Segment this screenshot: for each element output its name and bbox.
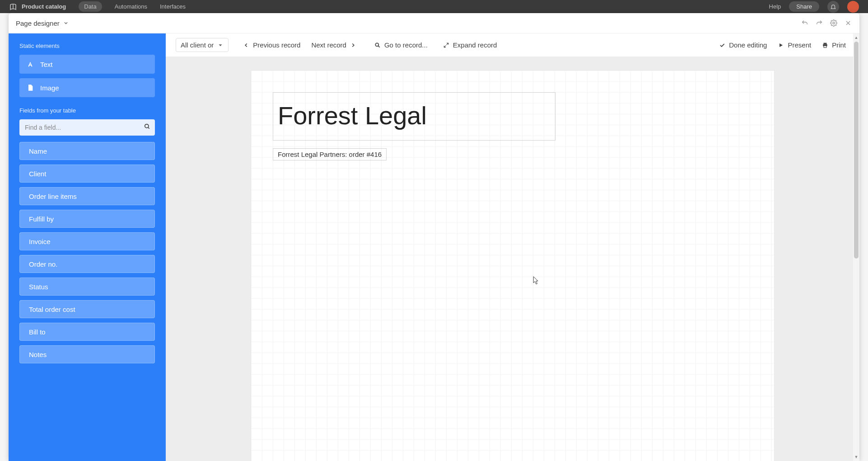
svg-marker-10 [780,43,783,47]
cursor-icon [533,276,539,285]
scroll-up-button[interactable]: ▲ [853,34,859,41]
field-fulfill-by[interactable]: Fulfill by [19,210,155,228]
avatar[interactable] [847,1,859,13]
undo-icon [801,19,808,27]
svg-line-9 [444,45,446,47]
search-icon [374,42,381,48]
canvas-subtitle-text: Forrest Legal Partners: order #416 [278,151,382,158]
prev-record-button[interactable]: Previous record [239,38,304,52]
chevron-left-icon [243,42,249,48]
redo-icon [816,19,823,27]
gear-icon [830,19,837,27]
field-name[interactable]: Name [19,142,155,160]
svg-line-7 [378,46,379,47]
record-toolbar: All client or Previous record Next recor… [166,33,859,56]
app-name: Product catalog [22,3,66,10]
notifications-button[interactable] [827,1,839,13]
field-label: Order line items [29,193,77,200]
present-label: Present [788,41,811,49]
nav-interfaces[interactable]: Interfaces [160,3,186,10]
canvas-area: All client or Previous record Next recor… [166,33,859,461]
static-text-element[interactable]: Text [19,55,155,74]
fields-section-label: Fields from your table [19,107,155,114]
field-search-wrap [19,119,155,136]
close-button[interactable] [844,19,852,27]
file-icon [27,84,34,91]
prev-record-label: Previous record [253,41,300,49]
done-editing-button[interactable]: Done editing [715,38,770,52]
vertical-scrollbar[interactable]: ▲ ▼ [853,33,859,461]
check-icon [719,42,725,48]
page-designer-panel: Page designer Static elements Text [9,13,859,461]
canvas-title-text: Forrest Legal [278,101,427,130]
svg-line-8 [446,43,448,45]
nav-help[interactable]: Help [769,3,781,10]
field-client[interactable]: Client [19,165,155,183]
expand-record-button[interactable]: Expand record [439,38,501,52]
svg-marker-5 [219,44,222,46]
print-icon [822,42,828,48]
bell-icon [830,4,836,10]
svg-point-0 [833,22,835,24]
designer-title: Page designer [16,19,60,27]
designer-title-dropdown[interactable]: Page designer [16,19,69,27]
redo-button[interactable] [815,19,823,27]
scroll-down-button[interactable]: ▼ [853,454,859,460]
field-label: Invoice [29,238,51,245]
field-label: Client [29,170,46,178]
expand-record-label: Expand record [453,41,497,49]
field-order-no[interactable]: Order no. [19,255,155,273]
app-logo-title[interactable]: Product catalog [9,3,66,11]
page-sheet[interactable]: Forrest Legal Forrest Legal Partners: or… [251,70,775,461]
svg-line-4 [148,127,149,129]
nav-automations[interactable]: Automations [115,3,147,10]
chevron-down-icon [63,20,69,26]
field-invoice[interactable]: Invoice [19,232,155,250]
next-record-label: Next record [311,41,346,49]
field-status[interactable]: Status [19,278,155,296]
done-editing-label: Done editing [729,41,767,49]
svg-point-6 [375,43,378,46]
goto-record-label: Go to record... [384,41,428,49]
play-icon [778,42,784,48]
field-label: Bill to [29,328,46,336]
field-search-input[interactable] [19,119,155,136]
undo-button[interactable] [801,19,809,27]
nav-data[interactable]: Data [79,1,102,12]
settings-button[interactable] [830,19,838,27]
text-a-icon [27,61,34,68]
present-button[interactable]: Present [774,38,815,52]
svg-rect-13 [824,46,826,47]
search-icon [144,123,150,132]
share-button[interactable]: Share [789,1,819,12]
app-top-bar: Product catalog Data Automations Interfa… [0,0,868,13]
svg-point-3 [145,124,149,128]
svg-rect-11 [824,42,827,44]
expand-icon [443,42,449,48]
chevron-right-icon [350,42,356,48]
field-label: Status [29,283,48,291]
static-image-element[interactable]: Image [19,78,155,97]
field-bill-to[interactable]: Bill to [19,323,155,341]
print-button[interactable]: Print [818,38,849,52]
book-icon [9,3,17,11]
static-elements-label: Static elements [19,42,155,49]
print-label: Print [832,41,846,49]
close-icon [845,19,852,27]
field-total-order-cost[interactable]: Total order cost [19,300,155,318]
view-dropdown-label: All client or [181,41,214,49]
canvas-title-element[interactable]: Forrest Legal [273,92,555,141]
elements-sidebar: Static elements Text Image Fields from y… [9,33,166,461]
view-dropdown[interactable]: All client or [176,38,229,52]
field-order-line-items[interactable]: Order line items [19,187,155,205]
field-label: Total order cost [29,306,75,313]
field-label: Notes [29,351,47,358]
canvas-scroll[interactable]: Forrest Legal Forrest Legal Partners: or… [166,56,859,461]
static-text-label: Text [40,61,53,68]
caret-down-icon [217,42,224,48]
goto-record-button[interactable]: Go to record... [371,38,431,52]
next-record-button[interactable]: Next record [308,38,360,52]
scroll-thumb[interactable] [854,42,859,259]
canvas-subtitle-element[interactable]: Forrest Legal Partners: order #416 [273,148,387,160]
field-notes[interactable]: Notes [19,345,155,363]
